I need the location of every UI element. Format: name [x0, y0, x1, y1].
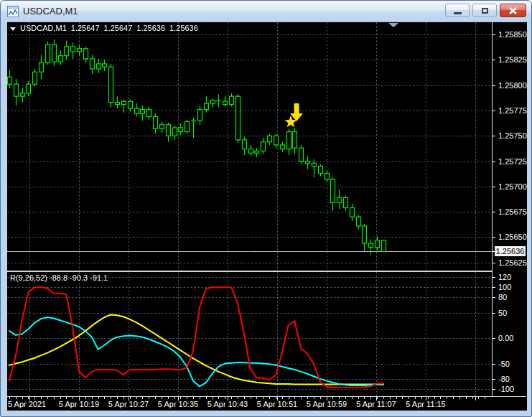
indicator-axis-tick: [493, 287, 495, 288]
price-axis-tick: [493, 263, 495, 263]
time-axis-tick: [472, 397, 473, 399]
time-axis-tick: [22, 397, 23, 399]
time-axis-tick: [459, 397, 460, 399]
time-axis-tick: [428, 397, 429, 399]
time-axis-tick: [409, 397, 409, 399]
time-axis-tick: [123, 397, 124, 399]
time-axis-tick: [142, 397, 143, 399]
time-axis-tick: [256, 397, 257, 399]
time-axis-tick: [289, 397, 289, 399]
time-axis-tick: [66, 397, 67, 399]
time-axis-tick: [276, 397, 276, 399]
price-axis-label: 1.25625: [498, 258, 527, 267]
time-axis-tick: [180, 397, 181, 399]
time-axis-tick: [73, 397, 73, 399]
price-axis-label: 1.25650: [498, 233, 527, 241]
indicator-axis-label: -50: [498, 360, 510, 368]
time-axis-tick: [352, 397, 353, 399]
time-axis-tick: [98, 397, 99, 399]
time-axis-tick: [111, 397, 111, 399]
price-axis-tick: [493, 136, 495, 136]
time-axis-tick: [136, 397, 137, 399]
indicator-axis-label: -100: [498, 385, 514, 393]
indicator-axis-tick: [493, 313, 495, 314]
time-axis-tick: [149, 397, 149, 399]
time-axis-label: 5 Apr 10:35: [158, 400, 198, 408]
indicator-pane-canvas[interactable]: [7, 272, 492, 396]
time-axis-tick: [187, 397, 187, 399]
titlebar[interactable]: USDCAD,M1: [1, 1, 531, 22]
time-axis-tick: [332, 397, 333, 399]
window-icon: [7, 6, 19, 17]
time-axis-label: 5 Apr 10:59: [307, 400, 347, 408]
indicator-axis-tick: [493, 297, 495, 298]
time-axis-tick: [16, 397, 17, 399]
price-axis-label: 1.25825: [498, 55, 527, 64]
time-axis-tick: [60, 397, 61, 399]
indicator-axis-label: 80: [498, 293, 507, 301]
price-axis-label: 1.25675: [498, 207, 527, 216]
indicator-axis-label: 0.00: [498, 334, 513, 342]
time-axis-tick: [390, 397, 391, 399]
time-axis-tick: [294, 397, 295, 399]
time-axis-tick: [434, 397, 435, 399]
time-axis-tick: [415, 397, 416, 399]
time-axis[interactable]: 5 Apr 20215 Apr 10:195 Apr 10:275 Apr 10…: [7, 396, 526, 411]
chart-client-area: USDCAD,M11.256471.256471.256361.25636 R(…: [6, 22, 527, 411]
time-axis-tick: [358, 397, 359, 399]
minimize-button[interactable]: [445, 4, 470, 17]
time-axis-tick: [200, 397, 200, 399]
time-axis-label: 5 Apr 11:07: [356, 400, 396, 408]
price-axis-label: 1.25850: [498, 30, 527, 39]
time-axis-tick: [421, 397, 422, 399]
price-axis-tick: [493, 34, 495, 35]
price-axis-tick: [493, 187, 495, 187]
time-axis-tick: [231, 397, 232, 399]
time-axis-tick: [104, 397, 105, 399]
time-axis-tick: [301, 397, 302, 399]
time-axis-tick: [383, 397, 384, 399]
time-axis-tick: [54, 397, 55, 399]
time-axis-tick: [28, 397, 29, 399]
close-button[interactable]: [500, 4, 526, 17]
price-axis-tick: [493, 111, 495, 111]
time-axis-tick: [41, 397, 42, 399]
indicator-axis-tick: [493, 338, 495, 339]
time-axis-tick: [244, 397, 245, 399]
price-axis-tick: [493, 85, 495, 86]
window-controls: [445, 4, 526, 17]
maximize-icon: [482, 8, 488, 14]
time-axis-tick: [314, 397, 314, 399]
time-axis-label: 5 Apr 10:43: [207, 400, 248, 408]
time-axis-tick: [47, 397, 48, 399]
time-axis-tick: [168, 397, 169, 399]
time-axis-tick: [370, 397, 371, 399]
time-axis-tick: [453, 397, 454, 399]
indicator-label: R(9,26,52) -88.8 -90.3 -91.1: [10, 273, 108, 282]
ohlc-high: 1.25647: [104, 24, 133, 32]
time-axis-label: 5 Apr 10:19: [59, 400, 99, 408]
time-axis-gridline-tick: [475, 397, 476, 400]
time-axis-tick: [440, 397, 441, 399]
main-chart-canvas[interactable]: [7, 22, 492, 271]
price-axis[interactable]: 1.25636 1.258501.258251.258001.257751.25…: [492, 22, 526, 396]
time-axis-tick: [282, 397, 283, 399]
time-axis-tick: [174, 397, 175, 399]
time-axis-label: 5 Apr 10:51: [257, 400, 297, 408]
maximize-button[interactable]: [472, 4, 497, 17]
time-axis-tick: [155, 397, 156, 399]
time-axis-tick: [162, 397, 162, 399]
price-axis-tick: [493, 212, 495, 212]
time-axis-tick: [263, 397, 263, 399]
minimize-icon: [454, 12, 462, 14]
price-axis-tick: [493, 161, 495, 162]
current-price-badge: 1.25636: [495, 246, 526, 256]
time-axis-tick: [213, 397, 213, 399]
window-title: USDCAD,M1: [23, 6, 78, 17]
time-axis-tick: [130, 397, 131, 399]
chart-window: USDCAD,M1 USDCAD,M11.256471.256471.25636…: [0, 0, 532, 417]
price-axis-label: 1.25700: [498, 182, 527, 191]
time-axis-tick: [377, 397, 378, 399]
time-axis-tick: [238, 397, 238, 399]
price-axis-label: 1.25725: [498, 157, 527, 166]
